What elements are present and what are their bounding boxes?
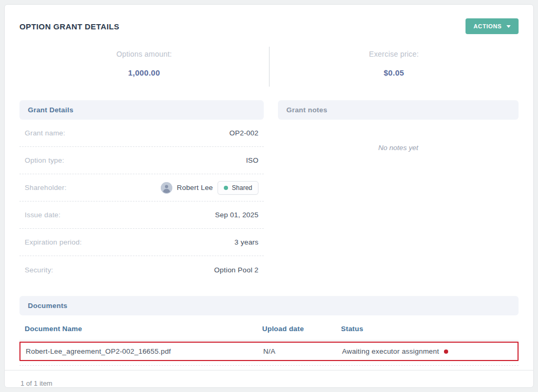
shareholder-value: Robert Lee Shared <box>161 181 259 195</box>
grant-notes-title: Grant notes <box>278 100 519 120</box>
actions-button-label: ACTIONS <box>473 23 502 29</box>
page-title: OPTION GRANT DETAILS <box>19 22 119 31</box>
detail-label: Grant name: <box>25 129 65 137</box>
detail-value: Sep 01, 2025 <box>215 211 258 219</box>
stat-value: 1,000.00 <box>19 68 269 77</box>
stat-label: Options amount: <box>19 50 269 58</box>
grant-notes-empty-text: No notes yet <box>278 144 519 152</box>
pagination-summary: 1 of 1 item <box>19 370 519 392</box>
avatar <box>161 182 172 194</box>
option-grant-details-card: OPTION GRANT DETAILS ACTIONS Options amo… <box>4 4 534 388</box>
detail-row-option-type: Option type: ISO <box>19 147 264 174</box>
stat-value: $0.05 <box>270 68 519 77</box>
stat-options-amount: Options amount: 1,000.00 <box>19 46 269 88</box>
column-header-status[interactable]: Status <box>336 317 519 340</box>
column-header-upload-date[interactable]: Upload date <box>257 317 336 340</box>
detail-value: 3 years <box>234 238 258 246</box>
column-header-document-name[interactable]: Document Name <box>19 317 257 340</box>
document-name-cell[interactable]: Robert-Lee_agreement_OP2-002_16655.pdf <box>20 343 258 360</box>
actions-button[interactable]: ACTIONS <box>465 18 519 34</box>
detail-value: ISO <box>246 156 258 164</box>
grant-details-title: Grant Details <box>19 100 264 120</box>
shared-badge-label: Shared <box>232 184 252 192</box>
stats-row: Options amount: 1,000.00 Exercise price:… <box>19 46 519 88</box>
documents-title: Documents <box>19 296 519 315</box>
panels: Grant Details Grant name: OP2-002 Option… <box>19 100 519 283</box>
shareholder-name[interactable]: Robert Lee <box>177 184 213 192</box>
stat-exercise-price: Exercise price: $0.05 <box>270 46 519 88</box>
detail-value: OP2-002 <box>230 129 258 137</box>
detail-value: Option Pool 2 <box>214 266 258 274</box>
status-text: Awaiting executor assignment <box>342 347 439 355</box>
chevron-down-icon <box>506 25 511 28</box>
grant-details-panel: Grant Details Grant name: OP2-002 Option… <box>19 100 264 283</box>
detail-row-security: Security: Option Pool 2 <box>19 256 264 283</box>
status-dot-icon <box>444 349 448 354</box>
stat-label: Exercise price: <box>270 50 519 58</box>
detail-label: Issue date: <box>25 211 60 219</box>
detail-label: Option type: <box>25 156 64 164</box>
documents-section: Documents Document Name Upload date Stat… <box>19 296 519 392</box>
detail-row-issue-date: Issue date: Sep 01, 2025 <box>19 202 264 229</box>
table-row-document[interactable]: Robert-Lee_agreement_OP2-002_16655.pdf N… <box>19 342 519 361</box>
detail-row-expiration-period: Expiration period: 3 years <box>19 229 264 256</box>
detail-label: Expiration period: <box>25 238 82 246</box>
shared-status-badge: Shared <box>218 181 258 195</box>
status-cell: Awaiting executor assignment <box>337 343 518 360</box>
detail-row-grant-name: Grant name: OP2-002 <box>19 120 264 147</box>
shared-dot-icon <box>224 186 228 190</box>
detail-label: Security: <box>25 266 53 274</box>
card-header: OPTION GRANT DETAILS ACTIONS <box>19 5 519 34</box>
documents-table: Document Name Upload date Status Robert-… <box>19 317 519 366</box>
detail-label: Shareholder: <box>25 184 67 192</box>
detail-row-shareholder: Shareholder: Robert Lee Shared <box>19 174 264 202</box>
grant-notes-panel: Grant notes No notes yet <box>278 100 519 152</box>
row-separator <box>19 361 519 366</box>
documents-table-header: Document Name Upload date Status <box>19 317 519 341</box>
upload-date-cell: N/A <box>258 343 337 360</box>
